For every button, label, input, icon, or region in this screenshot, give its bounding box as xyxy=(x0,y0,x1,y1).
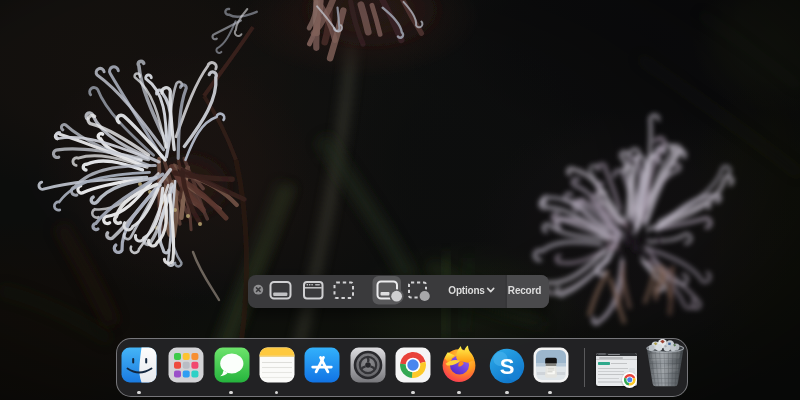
svg-text:Options: Options xyxy=(448,285,485,296)
svg-text:S: S xyxy=(500,354,515,379)
svg-text:Record: Record xyxy=(508,285,541,296)
